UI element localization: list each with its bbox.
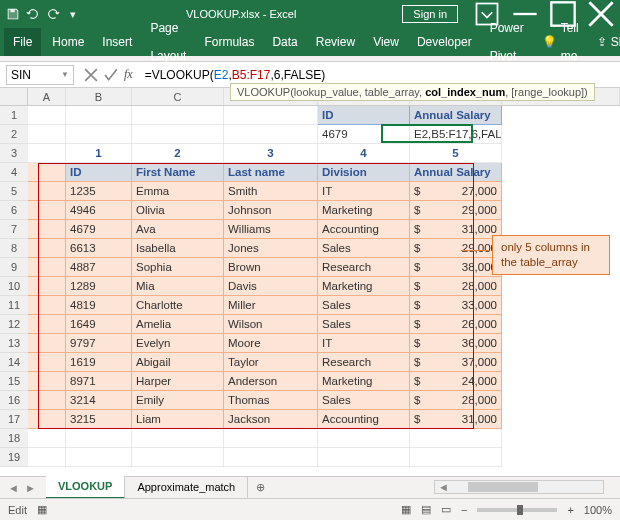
row-header[interactable]: 4 (0, 163, 28, 182)
cell-salary[interactable]: $31,000 (410, 220, 502, 239)
cell[interactable] (224, 448, 318, 467)
cell-salary[interactable]: $36,000 (410, 334, 502, 353)
cell[interactable] (28, 106, 66, 125)
signin-button[interactable]: Sign in (402, 5, 458, 23)
cell-firstname[interactable]: Ava (132, 220, 224, 239)
cell-division[interactable]: Marketing (318, 372, 410, 391)
cell[interactable] (28, 429, 66, 448)
cell-id[interactable]: 1235 (66, 182, 132, 201)
save-icon[interactable] (6, 7, 20, 21)
cell-lastname[interactable]: Jackson (224, 410, 318, 429)
formula-input[interactable]: =VLOOKUP(E2,B5:F17,6,FALSE) (139, 68, 620, 82)
tab-insert[interactable]: Insert (93, 28, 141, 56)
cell[interactable] (28, 353, 66, 372)
cell-id[interactable]: 4887 (66, 258, 132, 277)
cell[interactable] (28, 334, 66, 353)
cell-firstname[interactable]: Charlotte (132, 296, 224, 315)
cell-lastname[interactable]: Brown (224, 258, 318, 277)
cell-lastname[interactable]: Johnson (224, 201, 318, 220)
tab-data[interactable]: Data (263, 28, 306, 56)
cell-division[interactable]: Accounting (318, 410, 410, 429)
row-header[interactable]: 8 (0, 239, 28, 258)
tab-view[interactable]: View (364, 28, 408, 56)
zoom-in-icon[interactable]: + (567, 504, 573, 516)
cell-firstname[interactable]: Mia (132, 277, 224, 296)
sheet-tab-vlookup[interactable]: VLOOKUP (46, 476, 125, 499)
cell[interactable] (28, 391, 66, 410)
cell[interactable] (28, 125, 66, 144)
cell-id[interactable]: 4679 (66, 220, 132, 239)
row-header[interactable]: 3 (0, 144, 28, 163)
cell[interactable] (224, 125, 318, 144)
horizontal-scrollbar[interactable]: ◄ (434, 480, 604, 494)
cell-firstname[interactable]: Olivia (132, 201, 224, 220)
cell[interactable] (28, 220, 66, 239)
cell[interactable] (28, 315, 66, 334)
cell-division[interactable]: Sales (318, 296, 410, 315)
cell-salary[interactable]: $29,000 (410, 239, 502, 258)
cell-lastname[interactable]: Davis (224, 277, 318, 296)
cell[interactable] (132, 429, 224, 448)
cell-division[interactable]: IT (318, 182, 410, 201)
cell[interactable] (66, 125, 132, 144)
dropdown-icon[interactable]: ▾ (66, 7, 80, 21)
cancel-icon[interactable] (84, 68, 98, 82)
cell-lastname[interactable]: Thomas (224, 391, 318, 410)
zoom-slider[interactable] (477, 508, 557, 512)
cell-division[interactable]: IT (318, 334, 410, 353)
cell-lastname[interactable]: Williams (224, 220, 318, 239)
cell-lastname[interactable]: Jones (224, 239, 318, 258)
cell-id[interactable]: 6613 (66, 239, 132, 258)
cell[interactable] (28, 372, 66, 391)
cell-division[interactable]: Marketing (318, 201, 410, 220)
tellme[interactable]: 💡Tell me (533, 14, 588, 70)
cell[interactable] (224, 429, 318, 448)
macro-icon[interactable]: ▦ (37, 503, 47, 516)
cell-id[interactable]: 4819 (66, 296, 132, 315)
row-header[interactable]: 5 (0, 182, 28, 201)
col-header[interactable]: B (66, 88, 132, 105)
cell-firstname[interactable]: Emily (132, 391, 224, 410)
cell[interactable] (28, 182, 66, 201)
tab-developer[interactable]: Developer (408, 28, 481, 56)
cell[interactable] (66, 429, 132, 448)
cell-firstname[interactable]: Isabella (132, 239, 224, 258)
name-box[interactable]: SIN▼ (6, 65, 74, 85)
cell[interactable] (66, 448, 132, 467)
zoom-level[interactable]: 100% (584, 504, 612, 516)
cell-salary[interactable]: $26,000 (410, 315, 502, 334)
cell-salary[interactable]: $28,000 (410, 277, 502, 296)
cell-division[interactable]: Sales (318, 391, 410, 410)
cell-firstname[interactable]: Emma (132, 182, 224, 201)
cell[interactable]: First Name (132, 163, 224, 182)
cell[interactable]: ID (66, 163, 132, 182)
col-header[interactable]: C (132, 88, 224, 105)
cell[interactable]: 2 (132, 144, 224, 163)
cell-id[interactable]: 4946 (66, 201, 132, 220)
cell[interactable]: 4 (318, 144, 410, 163)
cell[interactable] (224, 106, 318, 125)
undo-icon[interactable] (26, 7, 40, 21)
cell-division[interactable]: Accounting (318, 220, 410, 239)
tab-next-icon[interactable]: ► (25, 482, 36, 494)
cell[interactable] (28, 296, 66, 315)
cell-division[interactable]: Marketing (318, 277, 410, 296)
cell[interactable] (318, 429, 410, 448)
cell[interactable] (28, 144, 66, 163)
row-header[interactable]: 6 (0, 201, 28, 220)
cell-id[interactable]: 1289 (66, 277, 132, 296)
tab-formulas[interactable]: Formulas (195, 28, 263, 56)
view-normal-icon[interactable]: ▦ (401, 503, 411, 516)
cell-salary[interactable]: $27,000 (410, 182, 502, 201)
view-layout-icon[interactable]: ▤ (421, 503, 431, 516)
cell[interactable] (28, 258, 66, 277)
cell-lastname[interactable]: Anderson (224, 372, 318, 391)
cell[interactable] (132, 125, 224, 144)
tab-file[interactable]: File (4, 28, 41, 56)
cell-id[interactable]: 1619 (66, 353, 132, 372)
row-header[interactable]: 14 (0, 353, 28, 372)
cell[interactable] (28, 163, 66, 182)
cell-lastname[interactable]: Taylor (224, 353, 318, 372)
cell-division[interactable]: Research (318, 353, 410, 372)
cell-lastname[interactable]: Moore (224, 334, 318, 353)
